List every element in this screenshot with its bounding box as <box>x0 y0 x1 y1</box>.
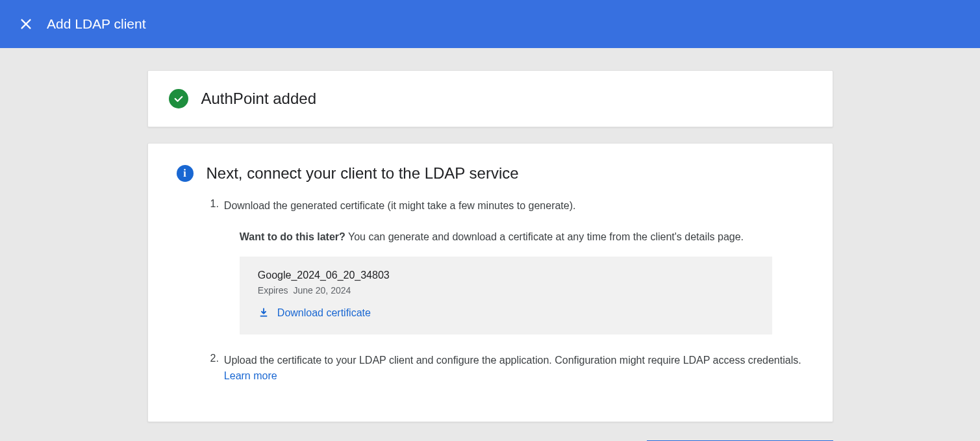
step-1: 1. Download the generated certificate (i… <box>210 198 804 334</box>
info-icon: i <box>177 165 194 182</box>
success-message: AuthPoint added <box>201 90 316 108</box>
later-text: Want to do this later? You can generate … <box>240 229 804 245</box>
content-area: AuthPoint added i Next, connect your cli… <box>0 48 980 441</box>
download-certificate-link[interactable]: Download certificate <box>258 307 754 319</box>
later-rest: You can generate and download a certific… <box>346 231 744 242</box>
info-title: Next, connect your client to the LDAP se… <box>207 164 519 183</box>
expires-date: June 20, 2024 <box>294 285 351 296</box>
certificate-name: Google_2024_06_20_34803 <box>258 270 754 281</box>
download-icon <box>258 307 270 319</box>
steps-list: 1. Download the generated certificate (i… <box>177 198 804 384</box>
success-card: AuthPoint added <box>147 70 833 127</box>
page-title: Add LDAP client <box>47 16 146 32</box>
step-2-text: Upload the certificate to your LDAP clie… <box>224 353 804 384</box>
close-icon[interactable] <box>18 16 34 32</box>
step-1-number: 1. <box>210 198 219 334</box>
download-label: Download certificate <box>277 307 371 319</box>
later-strong: Want to do this later? <box>240 231 346 242</box>
certificate-box: Google_2024_06_20_34803 ExpiresJune 20, … <box>240 257 772 334</box>
app-header: Add LDAP client <box>0 0 980 48</box>
expires-label: Expires <box>258 285 288 296</box>
step-1-text: Download the generated certificate (it m… <box>224 198 804 214</box>
info-card: i Next, connect your client to the LDAP … <box>147 143 833 422</box>
step-2: 2. Upload the certificate to your LDAP c… <box>210 353 804 384</box>
step-2-number: 2. <box>210 353 219 384</box>
check-circle-icon <box>169 89 188 108</box>
certificate-expires: ExpiresJune 20, 2024 <box>258 285 754 296</box>
footer: CONTINUE TO CLIENT DETAILS <box>147 438 833 441</box>
svg-rect-2 <box>260 316 268 317</box>
learn-more-link[interactable]: Learn more <box>224 370 277 381</box>
info-header: i Next, connect your client to the LDAP … <box>177 164 804 183</box>
